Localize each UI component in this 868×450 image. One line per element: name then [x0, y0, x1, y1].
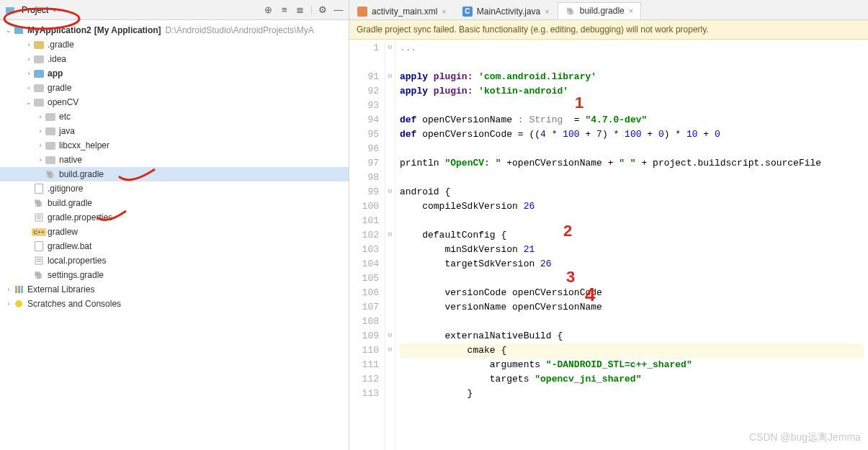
tree-item[interactable]: local.properties [0, 253, 349, 268]
tree-item[interactable]: ›.gradle [0, 37, 349, 52]
tab-label: activity_main.xml [372, 6, 437, 17]
code-editor[interactable]: 1919293949596979899100101102103104105106… [349, 40, 868, 450]
close-icon[interactable]: × [629, 6, 633, 15]
tree-item[interactable]: ›gradle [0, 81, 349, 95]
file-type-icon [33, 240, 45, 252]
tree-item[interactable]: 🐘build.gradle [0, 196, 349, 210]
external-libraries-label: External Libraries [27, 284, 94, 294]
chevron-icon[interactable]: › [24, 41, 33, 48]
tree-item[interactable]: gradle.properties [0, 210, 349, 225]
tree-label: local.properties [48, 256, 106, 266]
tree-item[interactable]: ›libcxx_helper [0, 138, 349, 153]
chevron-right-icon[interactable]: › [4, 300, 13, 307]
file-type-icon [33, 39, 45, 50]
editor-tab[interactable]: activity_main.xml× [349, 2, 455, 19]
tree-item[interactable]: C++gradlew [0, 225, 349, 239]
tree-item[interactable]: ⌄openCV [0, 95, 349, 109]
chevron-right-icon[interactable]: › [4, 286, 13, 293]
chevron-icon[interactable]: › [24, 84, 33, 91]
chevron-icon[interactable]: › [36, 127, 45, 135]
chevron-icon[interactable]: › [36, 142, 45, 149]
file-type-icon [33, 82, 45, 94]
svg-rect-1 [14, 27, 23, 34]
project-dropdown-icon[interactable]: ▼ [51, 6, 58, 14]
minimize-icon[interactable]: — [333, 4, 344, 16]
svg-rect-10 [21, 286, 23, 293]
close-icon[interactable]: × [442, 7, 446, 16]
file-type-icon [33, 255, 45, 266]
file-type-icon [33, 68, 45, 79]
file-type-icon [33, 96, 45, 108]
file-type-icon [45, 154, 56, 166]
tree-label: gradlew [48, 227, 78, 237]
file-type-icon [45, 140, 56, 151]
tree-item[interactable]: ›java [0, 124, 349, 138]
tree-label: openCV [48, 97, 79, 107]
editor-panel: activity_main.xml×CMainActivity.java×🐘bu… [349, 0, 868, 450]
tree-item[interactable]: .gitignore [0, 181, 349, 196]
svg-rect-2 [35, 214, 42, 221]
scratches-row[interactable]: › Scratches and Consoles [0, 297, 349, 311]
chevron-icon[interactable]: › [24, 70, 33, 77]
tree-label: native [59, 155, 82, 165]
svg-point-11 [15, 300, 22, 307]
project-root-row[interactable]: ⌄ MyApplication2 [My Application] D:\And… [0, 23, 349, 37]
tree-label: etc [59, 112, 71, 122]
chevron-icon[interactable]: ⌄ [24, 99, 33, 106]
tree-label: .gradle [48, 40, 74, 50]
libs-icon [13, 284, 24, 295]
svg-rect-0 [6, 7, 14, 14]
chevron-icon[interactable]: › [36, 113, 45, 120]
tab-label: MainActivity.java [477, 6, 540, 17]
gear-icon[interactable]: ⚙ [317, 4, 328, 16]
tree-label: libcxx_helper [59, 140, 109, 150]
file-type-icon: 🐘 [45, 168, 56, 180]
tree-item[interactable]: ›etc [0, 109, 349, 124]
tree-item[interactable]: 🐘settings.gradle [0, 268, 349, 282]
project-label[interactable]: Project [22, 5, 48, 15]
tree-label: java [59, 126, 75, 136]
chevron-icon[interactable]: › [24, 55, 33, 63]
code-body[interactable]: ...apply plugin: 'com.android.library'ap… [395, 40, 868, 450]
file-type-icon [33, 53, 45, 65]
fold-column[interactable]: ⊟⊟⊟⊟⊟⊟ [385, 40, 395, 450]
file-type-icon [33, 183, 45, 194]
tree-item[interactable]: ›native [0, 153, 349, 167]
tree-label: gradlew.bat [48, 241, 91, 251]
editor-tabs: activity_main.xml×CMainActivity.java×🐘bu… [349, 0, 868, 20]
editor-tab[interactable]: 🐘build.gradle× [558, 2, 641, 19]
file-type-icon: C++ [33, 226, 45, 238]
locate-icon[interactable]: ⊕ [263, 4, 274, 16]
expand-all-icon[interactable]: ≡ [279, 4, 290, 16]
close-icon[interactable]: × [545, 7, 549, 16]
tree-label: .idea [48, 54, 66, 64]
chevron-icon[interactable]: › [36, 156, 45, 163]
file-type-icon [45, 111, 56, 122]
tree-item[interactable]: ›app [0, 66, 349, 81]
project-tree[interactable]: ⌄ MyApplication2 [My Application] D:\And… [0, 20, 349, 450]
collapse-all-icon[interactable]: ≣ [295, 4, 306, 16]
svg-rect-8 [15, 286, 17, 293]
root-name: MyApplication2 [27, 25, 91, 35]
module-icon [13, 24, 24, 36]
file-type-icon: 🐘 [33, 269, 45, 281]
scratches-label: Scratches and Consoles [27, 299, 121, 309]
tree-item[interactable]: ›.idea [0, 52, 349, 66]
project-panel: Project ▼ ⊕ ≡ ≣ | ⚙ — ⌄ MyApplication2 [… [0, 0, 349, 450]
tree-item[interactable]: 🐘build.gradle [0, 167, 349, 181]
tree-label: app [48, 68, 63, 78]
tree-label: gradle.properties [48, 212, 112, 222]
project-header: Project ▼ ⊕ ≡ ≣ | ⚙ — [0, 0, 349, 20]
sync-notification[interactable]: Gradle project sync failed. Basic functi… [349, 20, 868, 40]
tree-label: settings.gradle [48, 270, 104, 280]
tree-item[interactable]: gradlew.bat [0, 239, 349, 253]
tree-label: .gitignore [48, 184, 83, 194]
editor-tab[interactable]: CMainActivity.java× [455, 2, 558, 19]
tree-label: build.gradle [48, 198, 92, 208]
root-path: D:\AndroidStudio\AndroidProjects\MyA [166, 25, 314, 35]
chevron-down-icon[interactable]: ⌄ [4, 27, 13, 34]
scratches-icon [13, 298, 24, 310]
line-gutter: 1919293949596979899100101102103104105106… [349, 40, 385, 450]
external-libraries-row[interactable]: › External Libraries [0, 282, 349, 297]
tree-label: gradle [48, 83, 71, 93]
